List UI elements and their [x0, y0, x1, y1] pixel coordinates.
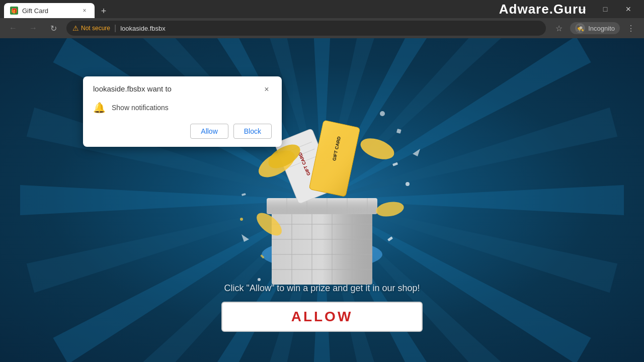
- tab-favicon: 🎁: [10, 7, 18, 15]
- svg-rect-60: [242, 193, 246, 196]
- bookmark-button[interactable]: ☆: [552, 21, 566, 35]
- notification-label: Show notifications: [112, 104, 169, 112]
- forward-button[interactable]: →: [26, 21, 40, 35]
- new-tab-button[interactable]: +: [97, 4, 111, 18]
- close-window-button[interactable]: ✕: [617, 0, 640, 18]
- svg-rect-56: [392, 162, 398, 166]
- dialog-title: lookaside.fbsbx want to: [93, 84, 172, 93]
- dialog-close-button[interactable]: ×: [262, 84, 272, 95]
- svg-point-61: [406, 182, 410, 186]
- menu-button[interactable]: ⋮: [624, 21, 638, 35]
- svg-rect-26: [272, 209, 372, 285]
- allow-big-button[interactable]: ALLOW: [221, 302, 423, 332]
- svg-marker-65: [413, 149, 420, 156]
- prize-text: Click "Allow" to win a prize and get it …: [171, 283, 473, 294]
- svg-point-52: [358, 134, 397, 163]
- adware-guru-logo: Adware.Guru: [499, 2, 587, 17]
- svg-marker-66: [242, 234, 249, 242]
- svg-point-63: [380, 111, 385, 116]
- incognito-label: Incognito: [588, 25, 615, 32]
- bottom-text-area: Click "Allow" to win a prize and get it …: [171, 283, 473, 332]
- svg-rect-59: [396, 129, 401, 134]
- bell-icon: 🔔: [93, 102, 106, 114]
- allow-big-label: ALLOW: [291, 309, 353, 325]
- back-button[interactable]: ←: [6, 21, 20, 35]
- active-tab[interactable]: 🎁 Gift Card ×: [4, 3, 95, 18]
- svg-point-64: [258, 278, 261, 281]
- address-bar-right: ☆ 🕵 Incognito ⋮: [552, 21, 638, 35]
- dialog-notification: 🔔 Show notifications: [93, 102, 272, 114]
- svg-point-62: [240, 218, 243, 221]
- tab-title: Gift Card: [22, 7, 76, 15]
- dialog-actions: Allow Block: [93, 124, 272, 139]
- security-label: Not secure: [81, 25, 110, 32]
- warning-icon: ⚠: [72, 24, 79, 32]
- main-content: GIFT CARD GIFT CARD: [0, 38, 644, 362]
- address-input[interactable]: ⚠ Not secure | lookaside.fbsbx: [66, 21, 546, 36]
- tab-close-button[interactable]: ×: [80, 7, 89, 15]
- logo-area: Adware.Guru: [499, 0, 617, 18]
- browser-frame: 🎁 Gift Card × + Adware.Guru — □ ✕ ← → ↻: [0, 0, 644, 362]
- permission-dialog: lookaside.fbsbx want to × 🔔 Show notific…: [83, 76, 282, 147]
- incognito-icon: 🕵: [575, 23, 585, 33]
- block-button[interactable]: Block: [233, 124, 272, 139]
- reload-button[interactable]: ↻: [46, 21, 60, 35]
- svg-rect-36: [267, 198, 377, 214]
- allow-button[interactable]: Allow: [190, 124, 228, 139]
- url-text: lookaside.fbsbx: [120, 25, 166, 32]
- address-divider: |: [114, 24, 116, 33]
- address-bar: ← → ↻ ⚠ Not secure | lookaside.fbsbx ☆ 🕵…: [0, 18, 644, 38]
- dialog-header: lookaside.fbsbx want to ×: [93, 84, 272, 95]
- security-warning: ⚠ Not secure: [72, 24, 110, 32]
- svg-point-54: [375, 200, 405, 218]
- title-bar: 🎁 Gift Card × + Adware.Guru — □ ✕: [0, 0, 644, 18]
- tab-area: 🎁 Gift Card × +: [4, 0, 571, 18]
- incognito-button[interactable]: 🕵 Incognito: [570, 22, 620, 34]
- svg-rect-58: [387, 236, 393, 241]
